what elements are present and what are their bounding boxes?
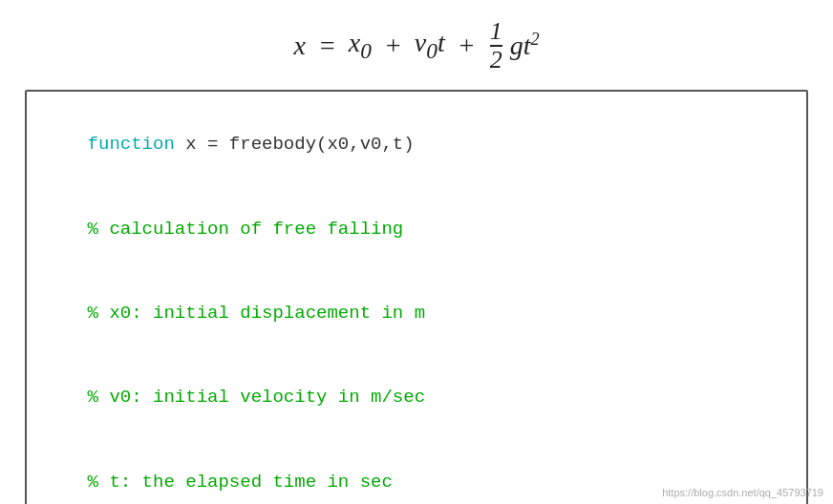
watermark: https://blog.csdn.net/qq_45793719 [662,487,823,498]
formula-section: x = x0 + v0t + 1 2 gt2 [19,10,814,90]
formula-v0t: v0t [415,28,445,64]
code-line-3: % x0: initial displacement in m [44,272,789,356]
formula-plus2: + [451,31,482,61]
formula-x: x [293,31,305,61]
code-function-signature: x = freebody(x0,v0,t) [175,134,415,155]
comment-line-3: % x0: initial displacement in m [88,303,425,324]
code-block: function x = freebody(x0,v0,t) % calcula… [25,90,808,504]
formula-gt2: gt2 [510,30,540,61]
comment-line-2: % calculation of free falling [88,219,404,240]
formula-x0: x0 [349,28,372,64]
formula-display: x = x0 + v0t + 1 2 gt2 [293,19,539,73]
fraction-denominator: 2 [490,47,502,73]
formula-fraction: 1 2 [490,19,502,73]
code-line-2: % calculation of free falling [44,187,789,271]
comment-line-4: % v0: initial velocity in m/sec [88,387,425,408]
code-line-1: function x = freebody(x0,v0,t) [44,103,789,187]
code-line-4: % v0: initial velocity in m/sec [44,356,789,440]
formula-equals: = [311,31,343,61]
keyword-function: function [88,134,175,155]
comment-line-5: % t: the elapsed time in sec [88,472,393,493]
formula-plus1: + [377,31,409,61]
fraction-numerator: 1 [490,19,502,47]
